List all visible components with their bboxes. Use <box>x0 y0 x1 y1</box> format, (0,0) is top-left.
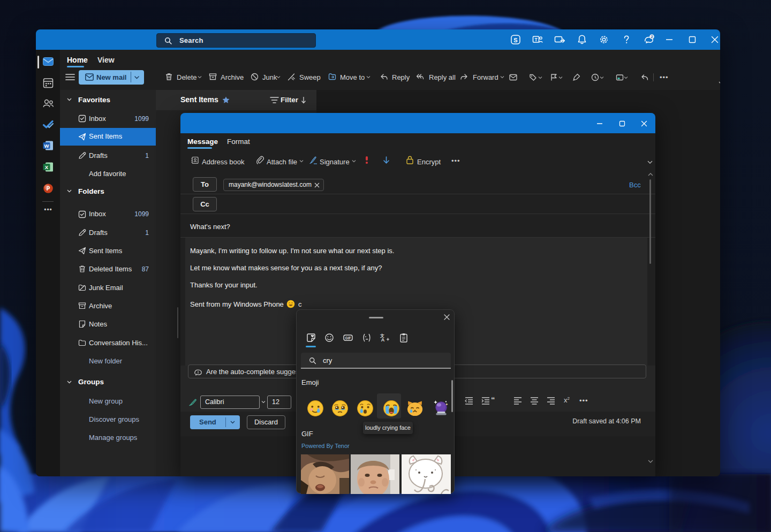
svg-text:2: 2 <box>651 34 653 39</box>
svg-text:W: W <box>44 143 49 149</box>
svg-text:X: X <box>45 164 49 170</box>
svg-text:GIF: GIF <box>345 336 351 340</box>
svg-text:A: A <box>381 337 385 343</box>
svg-text:S: S <box>513 37 517 43</box>
svg-text:T: T <box>534 37 538 42</box>
svg-text:P: P <box>47 186 50 192</box>
